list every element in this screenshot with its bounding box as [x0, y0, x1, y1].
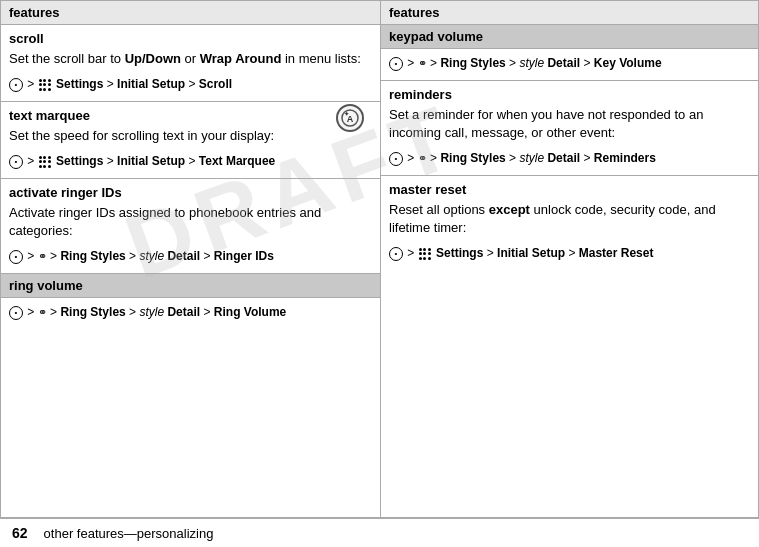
- activate-ringer-ids-header: activate ringer IDs: [1, 179, 380, 202]
- footer: 62 other features—personalizing: [0, 518, 759, 547]
- master-reset-body: Reset all options except unlock code, se…: [381, 199, 758, 243]
- svg-text:✦: ✦: [344, 111, 349, 117]
- text-marquee-nav: • > Settings > Initial Setup > Text Marq…: [1, 151, 380, 178]
- reminders-header: reminders: [381, 81, 758, 104]
- keypad-volume-nav: • > ⚭ > Ring Styles > style Detail > Key…: [381, 49, 758, 80]
- keypad-volume-header: keypad volume: [381, 25, 758, 49]
- footer-description: other features—personalizing: [44, 526, 214, 541]
- reminders-section: reminders Set a reminder for when you ha…: [381, 81, 758, 176]
- master-reset-nav: • > Settings > Initial Setup > Master Re…: [381, 243, 758, 270]
- right-features-header: features: [381, 1, 758, 25]
- activate-ringer-ids-section: activate ringer IDs Activate ringer IDs …: [1, 179, 380, 274]
- activate-ringer-ids-nav: • > ⚭ > Ring Styles > style Detail > Rin…: [1, 246, 380, 273]
- activate-ringer-ids-body: Activate ringer IDs assigned to phoneboo…: [1, 202, 380, 246]
- ring-volume-section: ring volume • > ⚭ > Ring Styles > style …: [1, 274, 380, 329]
- scroll-body: Set the scroll bar to Up/Down or Wrap Ar…: [1, 48, 380, 74]
- left-column: features scroll Set the scroll bar to Up…: [1, 1, 381, 517]
- text-marquee-header: text marquee A ✦: [1, 102, 380, 125]
- page-number: 62: [12, 525, 28, 541]
- text-marquee-section: text marquee A ✦ Set the speed for scrol…: [1, 102, 380, 179]
- reminders-nav: • > ⚭ > Ring Styles > style Detail > Rem…: [381, 148, 758, 175]
- keypad-volume-section: keypad volume • > ⚭ > Ring Styles > styl…: [381, 25, 758, 81]
- scroll-section: scroll Set the scroll bar to Up/Down or …: [1, 25, 380, 102]
- ring-volume-nav: • > ⚭ > Ring Styles > style Detail > Rin…: [1, 298, 380, 329]
- reminders-body: Set a reminder for when you have not res…: [381, 104, 758, 148]
- left-features-header: features: [1, 1, 380, 25]
- ring-volume-header: ring volume: [1, 274, 380, 298]
- master-reset-header: master reset: [381, 176, 758, 199]
- right-column: features keypad volume • > ⚭ > Ring Styl…: [381, 1, 758, 517]
- text-marquee-icon: A ✦: [336, 104, 364, 132]
- scroll-nav: • > Settings > Initial Setup > Scroll: [1, 74, 380, 101]
- scroll-header: scroll: [1, 25, 380, 48]
- text-marquee-body: Set the speed for scrolling text in your…: [1, 125, 380, 151]
- master-reset-section: master reset Reset all options except un…: [381, 176, 758, 270]
